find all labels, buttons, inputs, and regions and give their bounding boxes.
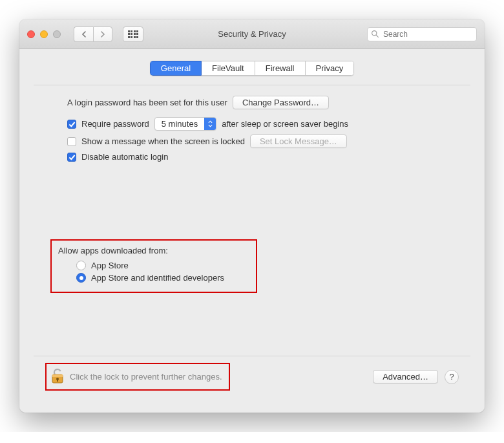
require-password-checkbox[interactable] (67, 120, 76, 129)
show-all-button[interactable] (123, 27, 143, 42)
require-password-delay-select[interactable]: 5 minutes (154, 117, 216, 131)
allow-identified-developers-radio[interactable] (76, 273, 86, 283)
titlebar: Security & Privacy (19, 19, 485, 49)
forward-button[interactable] (93, 27, 112, 42)
tab-firewall[interactable]: Firewall (255, 61, 306, 76)
close-button[interactable] (27, 30, 35, 38)
disable-auto-login-checkbox[interactable] (67, 153, 76, 162)
help-button[interactable]: ? (445, 370, 459, 384)
chevron-right-icon (100, 31, 105, 38)
svg-line-1 (376, 35, 378, 37)
stepper-arrows-icon (204, 118, 216, 130)
tab-filevault[interactable]: FileVault (202, 61, 255, 76)
tab-general[interactable]: General (150, 61, 202, 76)
svg-rect-5 (57, 379, 58, 382)
require-password-suffix: after sleep or screen saver begins (222, 119, 348, 129)
general-panel: A login password has been set for this u… (34, 85, 470, 356)
lock-highlight: Click the lock to prevent further change… (45, 363, 230, 391)
change-password-button[interactable]: Change Password… (233, 96, 329, 109)
show-message-checkbox[interactable] (67, 137, 76, 146)
grid-icon (128, 30, 139, 38)
allow-identified-developers-label: App Store and identified developers (91, 273, 224, 283)
disable-auto-login-label: Disable automatic login (81, 152, 168, 162)
window-controls (27, 30, 61, 38)
chevron-left-icon (81, 31, 87, 38)
allow-app-store-radio[interactable] (76, 261, 86, 270)
zoom-button[interactable] (53, 30, 61, 38)
allow-apps-title: Allow apps downloaded from: (58, 246, 249, 255)
set-lock-message-button[interactable]: Set Lock Message… (250, 135, 347, 148)
search-field[interactable] (367, 27, 477, 41)
allow-app-store-label: App Store (91, 261, 129, 270)
search-icon (371, 30, 379, 38)
svg-rect-3 (52, 374, 63, 377)
lock-text: Click the lock to prevent further change… (70, 372, 222, 382)
require-password-label: Require password (81, 119, 149, 129)
lock-icon[interactable] (49, 367, 66, 387)
require-password-delay-value: 5 minutes (155, 118, 204, 130)
minimize-button[interactable] (40, 30, 48, 38)
footer: Click the lock to prevent further change… (34, 356, 470, 401)
preferences-window: Security & Privacy General FileVault Fir… (19, 19, 485, 413)
tab-bar: General FileVault Firewall Privacy (34, 61, 470, 76)
advanced-button[interactable]: Advanced… (373, 370, 438, 384)
tab-privacy[interactable]: Privacy (306, 61, 355, 76)
show-message-label: Show a message when the screen is locked (81, 136, 245, 146)
login-password-label: A login password has been set for this u… (67, 98, 227, 107)
search-input[interactable] (367, 27, 477, 41)
allow-apps-highlight: Allow apps downloaded from: App Store Ap… (50, 239, 257, 293)
back-button[interactable] (74, 27, 93, 42)
